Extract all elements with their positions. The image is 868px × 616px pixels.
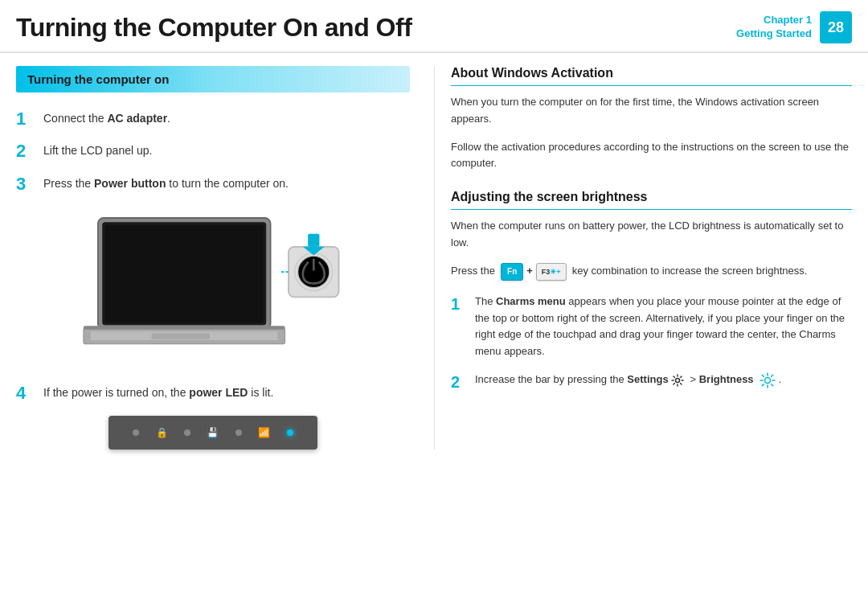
svg-rect-10 [308,234,319,247]
right-column: About Windows Activation When you turn t… [434,66,852,450]
led-lock-icon: 🔒 [156,427,168,438]
step-3: 3 Press the Power button to turn the com… [16,174,410,195]
key-combo-paragraph: Press the Fn + F3☀+ key combination to i… [451,263,852,281]
svg-rect-6 [84,326,285,329]
led-dot-2 [184,429,190,436]
led-bar-area: 🔒 💾 📶 [16,416,410,450]
led-power-dot [287,429,293,436]
section-windows-activation: About Windows Activation When you turn t… [451,66,852,172]
svg-line-21 [772,375,773,376]
f3-key: F3☀+ [536,263,567,281]
svg-rect-2 [105,225,264,322]
left-column: Turning the computer on 1 Connect the AC… [16,66,434,450]
led-dot-3 [235,429,242,436]
gear-icon [671,374,684,387]
svg-point-14 [765,377,771,383]
about-windows-para-2: Follow the activation procedures accordi… [451,139,852,173]
chapter-label: Chapter 1 [736,14,812,27]
sub-step-1-number: 1 [451,294,467,314]
svg-point-13 [676,378,680,382]
svg-line-19 [762,375,764,376]
content-wrapper: Turning the computer on 1 Connect the AC… [0,66,868,450]
svg-line-20 [772,384,773,385]
laptop-image-area [16,206,410,383]
page-header: Turning the Computer On and Off Chapter … [0,0,868,53]
step-1: 1 Connect the AC adapter. [16,109,410,129]
led-wifi-icon: 📶 [258,427,270,438]
led-dot-1 [133,429,139,436]
svg-rect-5 [152,334,210,339]
sub-step-2: 2 Increase the bar by pressing the Setti… [451,372,852,392]
svg-line-22 [762,384,764,385]
step-1-text: Connect the AC adapter. [43,109,170,127]
about-windows-para-1: When you turn the computer on for the fi… [451,94,852,128]
key-combo: Fn + F3☀+ [501,263,566,281]
page-title: Turning the Computer On and Off [16,13,411,43]
step-2: 2 Lift the LCD panel up. [16,141,410,162]
sub-step-2-text: Increase the bar by pressing the Setting… [475,372,781,388]
sub-step-2-number: 2 [451,372,467,392]
sub-step-1: 1 The Charms menu appears when you place… [451,294,852,360]
step-4: 4 If the power is turned on, the power L… [16,383,410,404]
step-4-text: If the power is turned on, the power LED… [43,383,273,401]
step-3-text: Press the Power button to turn the compu… [43,174,289,192]
brightness-para-1: When the computer runs on battery power,… [451,218,852,252]
step-1-number: 1 [16,109,35,129]
page-number: 28 [820,11,852,43]
sub-step-1-text: The Charms menu appears when you place y… [475,294,852,360]
led-hdd-icon: 💾 [207,427,219,438]
chapter-sub: Getting Started [736,27,812,41]
key-plus-sign: + [526,263,533,280]
section-header-turning-on: Turning the computer on [16,66,410,92]
step-2-number: 2 [16,141,35,162]
led-bar: 🔒 💾 📶 [108,416,317,450]
section-screen-brightness: Adjusting the screen brightness When the… [451,190,852,392]
section-divider-1 [451,85,852,86]
step-4-number: 4 [16,383,35,404]
fn-key: Fn [501,263,523,281]
sun-icon [760,372,776,388]
about-windows-title: About Windows Activation [451,66,852,80]
section-divider-2 [451,209,852,210]
step-3-number: 3 [16,174,35,195]
step-2-text: Lift the LCD panel up. [43,141,152,159]
chapter-text: Chapter 1 Getting Started [736,14,812,41]
chapter-info: Chapter 1 Getting Started 28 [736,11,852,43]
laptop-svg [76,206,350,367]
brightness-title: Adjusting the screen brightness [451,190,852,204]
